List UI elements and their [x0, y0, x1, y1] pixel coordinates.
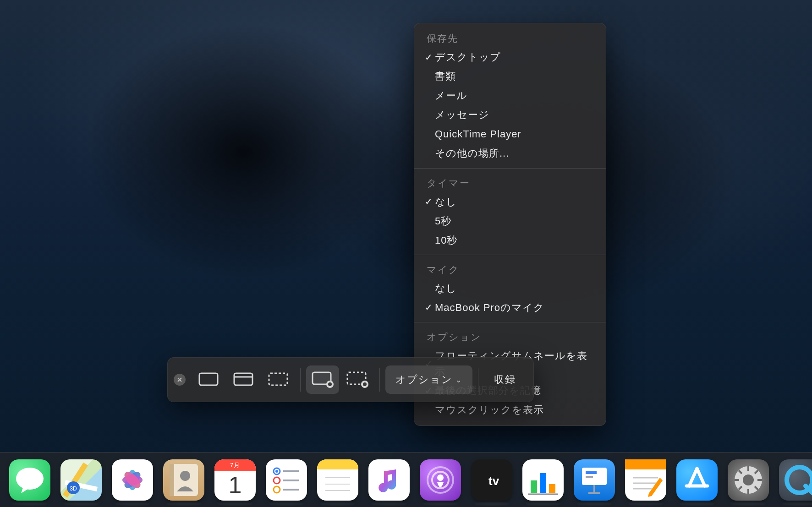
svg-point-6 [328, 382, 332, 386]
maps-icon: 3D [60, 459, 102, 501]
menu-label: MacBook Proのマイク [435, 300, 544, 316]
tv-icon: tv [471, 459, 512, 501]
section-title-options: オプション [414, 327, 606, 346]
section-title-mic: マイク [414, 260, 606, 279]
dock-app-tv[interactable]: tv [471, 459, 512, 501]
check-icon: ✓ [423, 195, 435, 209]
contacts-icon [163, 459, 204, 501]
menu-label: その他の場所... [435, 146, 509, 161]
gear-icon [728, 459, 769, 501]
menu-item-messages[interactable]: メッセージ [414, 105, 606, 125]
dock-app-calendar[interactable]: 7月 1 [214, 459, 256, 501]
check-icon: ✓ [423, 300, 435, 315]
menu-item-documents[interactable]: 書類 [414, 67, 606, 86]
menu-label: QuickTime Player [435, 126, 521, 142]
menu-item-mail[interactable]: メール [414, 86, 606, 105]
divider [414, 255, 606, 255]
svg-rect-0 [199, 373, 218, 385]
menu-item-quicktime[interactable]: QuickTime Player [414, 125, 606, 144]
close-icon [177, 377, 182, 382]
calendar-day: 1 [214, 469, 256, 501]
dock-app-music[interactable] [368, 459, 410, 501]
menu-item-show-clicks[interactable]: マウスクリックを表示 [414, 400, 606, 420]
desktop-wallpaper [0, 0, 812, 507]
svg-rect-40 [549, 484, 555, 493]
menu-label: 5秒 [435, 213, 451, 229]
menu-label: メール [435, 88, 467, 104]
dock-app-numbers[interactable] [522, 459, 564, 501]
capture-window-button[interactable] [227, 365, 260, 394]
dock-app-maps[interactable]: 3D [60, 459, 102, 501]
svg-line-52 [689, 469, 697, 486]
selection-icon [267, 371, 289, 388]
menu-label: 10秒 [435, 233, 457, 248]
menu-item-timer-none[interactable]: ✓なし [414, 192, 606, 212]
divider [300, 368, 301, 392]
capture-selection-button[interactable] [262, 365, 295, 394]
capture-action-button[interactable]: 収録 [484, 365, 526, 394]
svg-point-9 [363, 382, 367, 386]
screen-icon [198, 371, 219, 388]
dock-app-podcasts[interactable] [420, 459, 461, 501]
numbers-icon [522, 459, 564, 501]
music-icon [368, 459, 410, 501]
keynote-icon [574, 459, 615, 501]
record-selection-icon [346, 371, 369, 389]
svg-point-25 [275, 470, 278, 473]
podcasts-icon [420, 459, 461, 501]
record-entire-screen-button[interactable] [306, 365, 339, 394]
svg-text:tv: tv [488, 474, 499, 488]
svg-rect-1 [234, 373, 252, 385]
reminders-icon [266, 459, 307, 501]
dock-app-contacts[interactable] [163, 459, 204, 501]
dock-container: 3D [0, 447, 812, 507]
menu-item-desktop[interactable]: ✓デスクトップ [414, 48, 606, 67]
svg-rect-43 [586, 471, 597, 474]
pages-icon [625, 459, 666, 501]
record-screen-icon [311, 371, 335, 389]
menu-item-timer-10s[interactable]: 10秒 [414, 231, 606, 250]
svg-point-27 [274, 477, 280, 484]
photos-icon [112, 459, 153, 501]
svg-point-29 [274, 486, 280, 493]
dock-app-settings[interactable] [728, 459, 769, 501]
dock-app-notes[interactable] [317, 459, 358, 501]
options-label: オプション [395, 373, 453, 387]
capture-entire-screen-button[interactable] [192, 365, 225, 394]
appstore-icon [676, 459, 718, 501]
menu-label: なし [435, 194, 457, 210]
dock-app-photos[interactable] [112, 459, 153, 501]
screenshot-toolbar: オプション ⌄ 収録 [167, 357, 534, 402]
dock-app-reminders[interactable] [266, 459, 307, 501]
dock-app-quicktime[interactable] [779, 459, 812, 501]
chevron-down-icon: ⌄ [455, 376, 462, 384]
window-icon [232, 371, 254, 388]
dock-app-messages[interactable] [9, 459, 50, 501]
section-title-timer: タイマー [414, 173, 606, 192]
divider [379, 368, 380, 392]
menu-item-mic-none[interactable]: なし [414, 279, 606, 298]
close-button[interactable] [174, 374, 186, 386]
menu-item-timer-5s[interactable]: 5秒 [414, 212, 606, 231]
svg-point-23 [180, 471, 190, 481]
divider [478, 368, 478, 392]
menu-item-other-location[interactable]: その他の場所... [414, 144, 606, 163]
svg-rect-38 [531, 480, 537, 493]
dock-app-keynote[interactable] [574, 459, 615, 501]
dock-app-pages[interactable] [625, 459, 666, 501]
menu-label: デスクトップ [435, 49, 501, 65]
svg-point-56 [743, 474, 754, 485]
svg-rect-39 [540, 473, 546, 493]
svg-rect-44 [586, 476, 593, 478]
record-selection-button[interactable] [341, 365, 374, 394]
notes-icon [317, 459, 358, 501]
messages-icon [9, 459, 50, 501]
dock-app-appstore[interactable] [676, 459, 718, 501]
divider [414, 168, 606, 169]
menu-item-mic-internal[interactable]: ✓MacBook Proのマイク [414, 298, 606, 317]
menu-label: なし [435, 281, 457, 296]
quicktime-icon [779, 459, 812, 501]
menu-label: 書類 [435, 69, 456, 84]
check-icon: ✓ [423, 50, 435, 65]
options-button[interactable]: オプション ⌄ [385, 365, 472, 394]
